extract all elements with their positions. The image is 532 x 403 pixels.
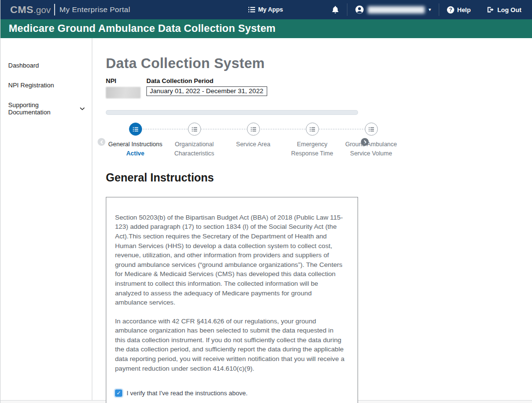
my-apps-label: My Apps [258,6,283,13]
instructions-paragraph-1: Section 50203(b) of the Bipartisan Budge… [115,213,345,307]
sidebar-item-supporting-documentation[interactable]: Supporting Documentation [0,95,92,122]
step-list-icon [129,123,142,136]
help-label: Help [457,6,471,14]
step-label: Organizational Characteristics [165,140,224,159]
step-list-icon [247,123,260,136]
notifications-button[interactable] [331,6,339,14]
my-apps-button[interactable]: My Apps [248,6,283,13]
sidebar-item-label: NPI Registration [8,82,54,89]
step-general-instructions[interactable]: General Instructions Active [106,123,165,159]
step-service-area[interactable]: Service Area [224,123,283,159]
step-label: Service Area [224,140,283,149]
help-button[interactable]: ? Help [447,6,471,14]
page: CMS.gov My Enterprise Portal My Apps ▾ [0,0,532,403]
npi-field: NPI [106,77,141,98]
cms-gov-logo[interactable]: CMS.gov [10,4,51,15]
period-label: Data Collection Period [146,77,267,84]
instructions-box: Section 50203(b) of the Bipartisan Budge… [106,197,358,403]
navbar-brand-group: CMS.gov My Enterprise Portal [10,4,248,15]
meta-row: NPI Data Collection Period January 01, 2… [106,77,358,98]
gov-logo-text: .gov [33,5,51,15]
step-label: Ground Ambulance Service Volume [342,140,401,159]
instructions-paragraph-2: In accordance with 42 CFR §414.626 of ou… [115,317,345,374]
user-menu[interactable]: ▾ [355,5,431,14]
navbar-right: ▾ ? Help Log Out [283,3,521,16]
navbar-center: My Apps [248,6,283,13]
step-list-icon [365,123,378,136]
user-name-redacted [368,6,425,14]
progress-bar [106,110,358,115]
top-navbar: CMS.gov My Enterprise Portal My Apps ▾ [0,0,532,19]
verify-checkbox[interactable]: ✓ [115,389,122,397]
period-value-input[interactable]: January 01, 2022 - December 31, 2022 [146,86,267,96]
page-title: Data Collection System [106,56,358,71]
portal-name: My Enterprise Portal [59,5,130,14]
step-label: General Instructions [106,140,165,149]
sidebar-item-dashboard[interactable]: Dashboard [0,56,92,75]
question-circle-icon: ? [447,6,454,14]
step-ground-ambulance-service-volume[interactable]: Ground Ambulance Service Volume [342,123,401,159]
npi-value-redacted [106,87,141,98]
step-organizational-characteristics[interactable]: Organizational Characteristics [165,123,224,159]
step-list-icon [306,123,319,136]
bell-icon [331,6,339,14]
navbar-separator [439,3,439,16]
sidebar-item-npi-registration[interactable]: NPI Registration [0,75,92,95]
app-title: Medicare Ground Ambulance Data Collectio… [9,23,275,35]
main-panel: Data Collection System NPI Data Collecti… [106,38,358,400]
caret-down-icon: ▾ [429,7,431,12]
verify-checkbox-label: I verify that I've read the instructions… [127,389,247,397]
logout-icon [487,6,494,13]
brand-divider [54,4,55,15]
app-banner: Medicare Ground Ambulance Data Collectio… [0,19,532,38]
section-heading: General Instructions [106,171,358,184]
content-area: Dashboard NPI Registration Supporting Do… [0,38,532,400]
list-icon [248,7,255,13]
sidebar-item-label: Dashboard [8,62,39,69]
steps-row: General Instructions Active Organization… [106,123,358,159]
sidebar-item-label: Supporting Documentation [8,101,80,116]
period-field: Data Collection Period January 01, 2022 … [146,77,267,96]
logout-label: Log Out [497,6,521,14]
cms-logo-text: CMS [10,4,33,15]
step-wizard: General Instructions Active Organization… [106,123,358,159]
step-emergency-response-time[interactable]: Emergency Response Time [283,123,342,159]
logout-button[interactable]: Log Out [487,6,521,14]
chevron-down-icon [80,107,85,111]
user-circle-icon [355,5,364,14]
verify-row: ✓ I verify that I've read the instructio… [115,389,345,397]
npi-label: NPI [106,77,141,84]
step-list-icon [188,123,201,136]
sidebar: Dashboard NPI Registration Supporting Do… [0,38,92,400]
stepper-prev-button[interactable] [98,138,105,146]
chevron-left-icon [100,140,103,144]
navbar-separator [347,3,347,16]
step-status-badge: Active [126,150,144,157]
step-label: Emergency Response Time [283,140,342,159]
